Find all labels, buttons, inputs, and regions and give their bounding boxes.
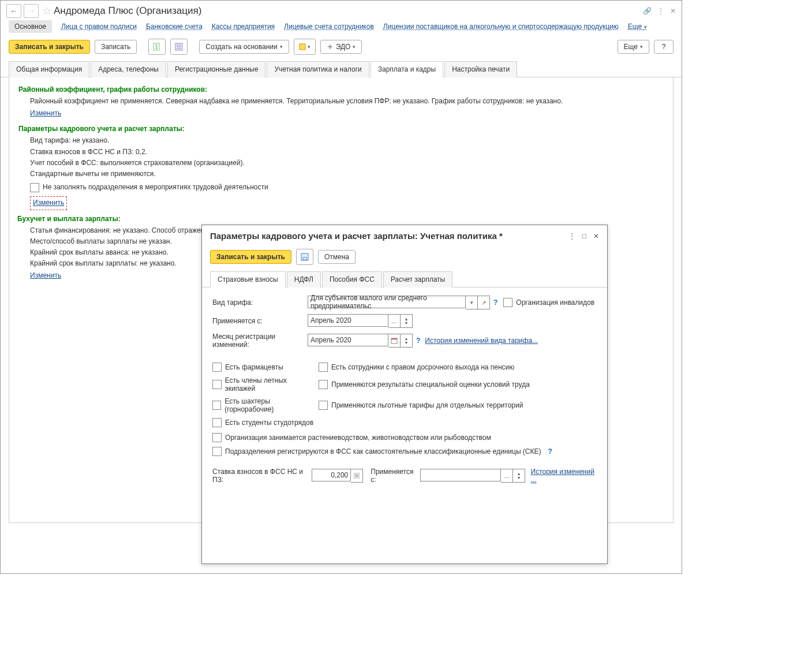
kebab-icon[interactable]: ⋮ (657, 7, 664, 15)
nav-link-bank[interactable]: Банковские счета (146, 23, 203, 31)
section-1-edit-link[interactable]: Изменить (30, 108, 61, 119)
report-icon-button[interactable] (148, 39, 166, 55)
save-button[interactable]: Записать (95, 40, 137, 54)
applies-from-picker[interactable]: ... (388, 314, 401, 328)
help-button[interactable]: ? (654, 40, 674, 54)
section-2-line-4: Стандартные вычеты не применяются. (30, 169, 664, 180)
dialog-save-icon-button[interactable] (296, 249, 313, 265)
tariff-input[interactable]: Для субъектов малого или среднего предпр… (308, 296, 466, 308)
dialog-maximize-icon[interactable]: □ (582, 232, 586, 240)
close-icon[interactable]: ✕ (670, 7, 676, 15)
dialog-cancel-button[interactable]: Отмена (318, 250, 356, 264)
reg-month-input[interactable]: Апрель 2020 (308, 334, 388, 346)
section-2-edit-link[interactable]: Изменить (30, 196, 67, 210)
checkbox-flight[interactable] (212, 380, 222, 389)
inner-tabs: Общая информация Адреса, телефоны Регист… (1, 61, 682, 77)
dialog-tab-fss-benefits[interactable]: Пособия ФСС (322, 271, 382, 288)
app-window: ← → ☆ Андромеда Плюс (Организация) 🔗 ⋮ ✕… (0, 0, 682, 574)
checkbox-agro-label: Организация занимается растениеводством,… (225, 434, 491, 442)
edo-button[interactable]: ЭДО ▾ (320, 40, 362, 54)
dialog-close-icon[interactable]: ✕ (593, 232, 599, 240)
tab-print[interactable]: Настройка печати (444, 61, 517, 77)
tariff-open-button[interactable]: ↗ (478, 296, 490, 309)
section-2-line-1: Вид тарифа: не указано. (30, 135, 664, 146)
dialog-body: Вид тарифа: Для субъектов малого или сре… (202, 288, 607, 496)
svg-rect-6 (391, 338, 397, 339)
reg-month-spinner[interactable]: ▴▾ (401, 334, 413, 348)
checkbox-pension[interactable] (319, 363, 328, 372)
checkbox-sout[interactable] (319, 380, 328, 389)
attach-dropdown-button[interactable]: ▾ (294, 39, 316, 55)
dialog-title: Параметры кадрового учета и расчет зарпл… (210, 231, 503, 241)
rate-calc-button[interactable] (351, 469, 363, 483)
forward-button[interactable]: → (24, 4, 39, 18)
dialog-save-close-button[interactable]: Записать и закрыть (210, 250, 291, 264)
checkbox-pension-label: Есть сотрудники с правом досрочного выхо… (331, 363, 514, 371)
more-button[interactable]: Еще ▾ (618, 40, 649, 54)
link-icon[interactable]: 🔗 (643, 7, 652, 15)
section-3-title: Бухучет и выплата зарплаты: (17, 215, 664, 223)
tab-registration[interactable]: Регистрационные данные (167, 61, 265, 77)
checkbox-agro[interactable] (212, 433, 222, 442)
applies-from-label: Применяется с: (212, 317, 308, 325)
tab-policy[interactable]: Учетная политика и налоги (267, 61, 369, 77)
nav-links-row: Основное Лица с правом подписи Банковски… (1, 19, 682, 39)
checkbox-org-invalid[interactable] (503, 298, 513, 307)
applies-from-spinner[interactable]: ▴▾ (401, 314, 413, 328)
section-2-title: Параметры кадрового учета и расчет зарпл… (18, 125, 664, 133)
nav-tab-main[interactable]: Основное (9, 20, 52, 33)
rate-from-spinner[interactable]: ▴▾ (513, 469, 525, 483)
nav-link-licenses[interactable]: Лицензии поставщиков на алкогольную и сп… (383, 23, 619, 31)
list-icon-button[interactable] (170, 39, 188, 55)
dialog-tabs: Страховые взносы НДФЛ Пособия ФСС Расчет… (202, 271, 607, 288)
dialog-tab-ndfl[interactable]: НДФЛ (287, 271, 321, 288)
rate-from-input[interactable] (420, 469, 501, 481)
nav-link-signers[interactable]: Лица с правом подписи (61, 23, 137, 31)
create-based-button[interactable]: Создать на основании ▾ (199, 40, 289, 54)
checkbox-no-fill-dept-label: Не заполнять подразделения в мероприятия… (43, 182, 268, 193)
title-row: ← → ☆ Андромеда Плюс (Организация) 🔗 ⋮ ✕ (1, 1, 682, 19)
nav-link-cashbox[interactable]: Кассы предприятия (212, 23, 275, 31)
section-3-edit-link[interactable]: Изменить (30, 270, 61, 281)
checkbox-territory[interactable] (319, 401, 328, 410)
dialog-tab-payroll[interactable]: Расчет зарплаты (383, 271, 452, 288)
toolbar: Записать и закрыть Записать Создать на о… (1, 39, 682, 61)
checkbox-fss-ske-label: Подразделения регистрируются в ФСС как с… (225, 447, 541, 456)
checkbox-miners-label: Есть шахтеры (горнорабочие) (225, 397, 316, 413)
save-close-button[interactable]: Записать и закрыть (9, 40, 90, 54)
tariff-history-link[interactable]: История изменений вида тарифа... (425, 337, 538, 345)
favorite-star-icon[interactable]: ☆ (42, 5, 51, 17)
tab-addresses[interactable]: Адреса, телефоны (91, 61, 166, 77)
tariff-help-icon[interactable]: ? (493, 298, 497, 307)
page-title: Андромеда Плюс (Организация) (54, 5, 201, 17)
section-1-text: Районный коэффициент не применяется. Сев… (30, 96, 664, 107)
rate-history-link[interactable]: История изменений ... (531, 468, 597, 484)
section-1-title: Районный коэффициент, график работы сотр… (18, 85, 664, 94)
dialog-tab-contributions[interactable]: Страховые взносы (210, 271, 286, 288)
tab-salary-hr[interactable]: Зарплата и кадры (371, 61, 443, 77)
reg-month-calendar-button[interactable] (388, 334, 401, 348)
checkbox-sout-label: Применяются результаты специальной оценк… (331, 380, 530, 389)
reg-month-help-icon[interactable]: ? (416, 337, 420, 345)
back-button[interactable]: ← (6, 4, 21, 18)
nav-link-accounts[interactable]: Лицевые счета сотрудников (284, 23, 374, 31)
checkbox-pharm[interactable] (212, 363, 222, 372)
checkbox-no-fill-dept[interactable] (30, 183, 39, 192)
tariff-dropdown-button[interactable]: ▾ (466, 296, 478, 309)
checkbox-students[interactable] (212, 418, 222, 427)
checkbox-pharm-label: Есть фармацевты (225, 363, 283, 371)
nav-link-more[interactable]: Еще ▾ (628, 23, 647, 31)
tab-general[interactable]: Общая информация (9, 61, 89, 77)
checkbox-fss-ske[interactable] (212, 447, 222, 456)
checkbox-flight-label: Есть члены летных экипажей (225, 376, 316, 393)
dialog-kebab-icon[interactable]: ⋮ (568, 232, 575, 240)
rate-input[interactable]: 0,200 (312, 469, 351, 481)
rate-from-label: Применяется с: (371, 468, 417, 484)
applies-from-input[interactable]: Апрель 2020 (308, 314, 388, 327)
fss-ske-help-icon[interactable]: ? (548, 447, 552, 456)
section-2-line-3: Учет пособий в ФСС: выполняется страхова… (30, 158, 664, 169)
rate-from-picker[interactable]: ... (501, 469, 513, 483)
checkbox-miners[interactable] (212, 401, 221, 410)
checkbox-students-label: Есть студенты студотрядов (225, 419, 313, 427)
svg-rect-4 (303, 257, 306, 260)
